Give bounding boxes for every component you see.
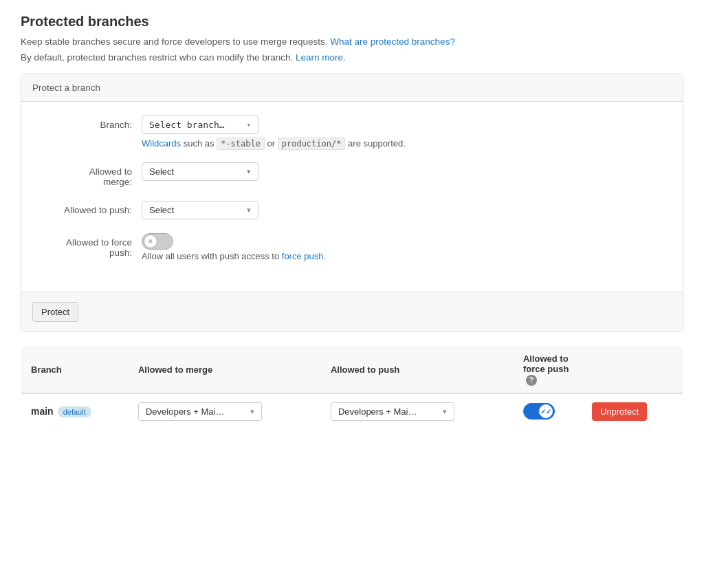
toggle-track: ✓ [523, 403, 555, 420]
branch-row: Branch: Select branch… ▾ Wildcards such … [42, 116, 662, 149]
force-push-cell: ✓ [514, 393, 582, 430]
branch-table: Branch Allowed to merge Allowed to push … [21, 346, 683, 430]
merge-select[interactable]: Select ▾ [142, 162, 258, 181]
chevron-down-icon: ▾ [443, 407, 447, 416]
chevron-down-icon: ▾ [247, 206, 251, 215]
push-select[interactable]: Select ▾ [142, 201, 258, 219]
force-push-link[interactable]: force push [282, 251, 324, 261]
branch-label: Branch: [42, 116, 142, 130]
help-icon[interactable]: ? [526, 375, 537, 386]
chevron-down-icon: ▾ [247, 167, 251, 176]
card-body: Branch: Select branch… ▾ Wildcards such … [21, 102, 683, 292]
push-field: Select ▾ [142, 201, 662, 219]
subtitle: Keep stable branches secure and force de… [21, 36, 683, 47]
push-select-table[interactable]: Developers + Mai…▾ [331, 402, 454, 421]
branch-field: Select branch… ▾ Wildcards such as *-sta… [142, 116, 662, 149]
push-row: Allowed to push: Select ▾ [42, 201, 662, 219]
chevron-down-icon: ▾ [250, 407, 254, 416]
learn-more-link[interactable]: Learn more. [296, 52, 346, 63]
force-push-field: Allow all users with push access to forc… [142, 233, 662, 261]
branch-select[interactable]: Select branch… ▾ [142, 116, 258, 134]
toggle-thumb [144, 235, 157, 248]
card-header: Protect a branch [21, 74, 683, 102]
col-push: Allowed to push [321, 347, 514, 393]
table-row: maindefaultDevelopers + Mai…▾Developers … [21, 393, 683, 430]
wildcards-link[interactable]: Wildcards [142, 138, 181, 149]
protected-branches-link[interactable]: What are protected branches? [330, 36, 455, 47]
subtitle2: By default, protected branches restrict … [21, 52, 683, 63]
toggle-track [142, 233, 173, 250]
merge-cell: Developers + Mai…▾ [129, 393, 321, 430]
action-cell: Unprotect [582, 393, 683, 430]
force-push-toggle[interactable] [142, 233, 173, 250]
toggle-wrapper [142, 233, 662, 250]
force-push-hint: Allow all users with push access to forc… [142, 251, 662, 261]
branch-cell: maindefault [21, 393, 129, 430]
col-merge: Allowed to merge [129, 347, 321, 393]
col-actions [582, 347, 683, 393]
force-push-toggle-table[interactable]: ✓ [523, 403, 555, 420]
table-header-row: Branch Allowed to merge Allowed to push … [21, 347, 683, 393]
merge-label: Allowed tomerge: [42, 162, 142, 187]
wildcard-code1: *-stable [217, 138, 265, 150]
col-branch: Branch [21, 347, 129, 393]
wildcard-code2: production/* [278, 138, 346, 150]
unprotect-button[interactable]: Unprotect [592, 402, 647, 421]
branch-badge: default [58, 406, 91, 417]
col-force: Allowed to force push ? [514, 347, 582, 393]
push-cell: Developers + Mai…▾ [321, 393, 514, 430]
protect-branch-card: Protect a branch Branch: Select branch… … [21, 74, 683, 332]
card-footer: Protect [21, 292, 683, 331]
merge-row: Allowed tomerge: Select ▾ [42, 162, 662, 187]
page-title: Protected branches [21, 14, 683, 30]
push-label: Allowed to push: [42, 201, 142, 215]
wildcard-hint: Wildcards such as *-stable or production… [142, 138, 662, 149]
force-push-label: Allowed to forcepush: [42, 233, 142, 258]
merge-select-table[interactable]: Developers + Mai…▾ [138, 402, 262, 421]
chevron-down-icon: ▾ [246, 120, 251, 129]
force-push-row: Allowed to forcepush: Allow all users wi… [42, 233, 662, 261]
protect-button[interactable]: Protect [32, 302, 78, 322]
merge-field: Select ▾ [142, 162, 662, 181]
toggle-thumb: ✓ [539, 404, 553, 418]
branch-name: main [31, 406, 54, 417]
